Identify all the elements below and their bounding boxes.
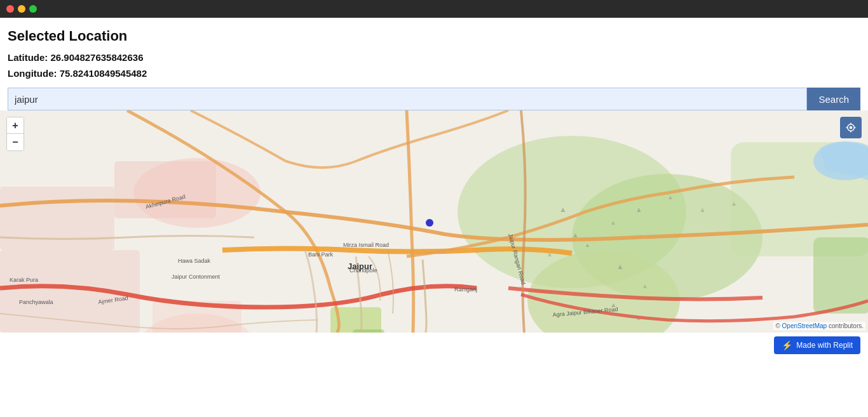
locate-button[interactable] [840, 117, 862, 138]
longitude-label: Longitude: [8, 68, 57, 79]
svg-text:▲: ▲ [642, 282, 648, 289]
svg-text:Hawa Sadak: Hawa Sadak [178, 258, 211, 264]
svg-point-11 [133, 158, 261, 228]
svg-text:Karak Pura: Karak Pura [10, 277, 38, 283]
svg-text:▲: ▲ [610, 219, 616, 226]
map-container[interactable]: Akheipura Road Mirza Ismail Road Ajmer R… [0, 110, 868, 333]
replit-icon: ⚡ [782, 340, 792, 350]
svg-text:▲: ▲ [546, 251, 553, 258]
search-row: Search [8, 88, 860, 110]
locate-icon [845, 122, 857, 133]
map-zoom-controls: + − [6, 117, 24, 151]
svg-text:▲: ▲ [699, 206, 706, 213]
replit-badge-label: Made with Replit [796, 341, 853, 350]
latitude-display: Latitude: 26.904827635842636 [8, 52, 860, 63]
maximize-button[interactable] [29, 5, 37, 13]
svg-text:Bani Park: Bani Park [308, 251, 334, 258]
svg-text:▲: ▲ [635, 206, 642, 213]
minimize-button[interactable] [18, 5, 25, 13]
svg-text:Jaipur Contonment: Jaipur Contonment [172, 274, 220, 280]
longitude-value: 75.82410849545482 [60, 68, 147, 79]
svg-text:▲: ▲ [731, 200, 737, 207]
selected-location-marker [426, 219, 433, 227]
attribution-suffix: contributors. [827, 322, 864, 329]
svg-text:▲: ▲ [559, 205, 567, 214]
svg-text:▲: ▲ [667, 194, 674, 201]
search-button[interactable]: Search [807, 88, 860, 110]
main-content: Selected Location Latitude: 26.904827635… [0, 18, 868, 110]
openstreetmap-link[interactable]: OpenStreetMap [782, 322, 827, 329]
latitude-label: Latitude: [8, 52, 48, 63]
titlebar [0, 0, 868, 18]
zoom-in-button[interactable]: + [7, 117, 24, 134]
svg-text:Ramganj: Ramganj [454, 286, 477, 293]
svg-text:▲: ▲ [616, 262, 624, 271]
map-attribution: © OpenStreetMap contributors. [773, 322, 865, 330]
search-input[interactable] [8, 88, 807, 110]
close-button[interactable] [6, 5, 14, 13]
svg-text:▲: ▲ [585, 242, 590, 248]
svg-text:▲: ▲ [610, 301, 617, 308]
svg-point-66 [850, 126, 853, 129]
svg-text:Panchyawala: Panchyawala [19, 299, 53, 305]
svg-rect-8 [0, 187, 114, 250]
latitude-value: 26.904827635842636 [51, 52, 144, 63]
longitude-display: Longitude: 75.82410849545482 [8, 68, 860, 79]
zoom-out-button[interactable]: − [7, 134, 24, 150]
footer-area: ⚡ Made with Replit [0, 333, 868, 361]
svg-text:▲: ▲ [572, 231, 579, 239]
page-title: Selected Location [8, 28, 860, 44]
attribution-prefix: © [775, 322, 782, 329]
map-svg: Akheipura Road Mirza Ismail Road Ajmer R… [0, 110, 868, 333]
svg-text:Mirza Ismail Road: Mirza Ismail Road [343, 242, 389, 248]
replit-badge[interactable]: ⚡ Made with Replit [774, 336, 860, 354]
svg-text:Chandpole: Chandpole [349, 267, 377, 274]
svg-text:▲: ▲ [635, 314, 642, 321]
